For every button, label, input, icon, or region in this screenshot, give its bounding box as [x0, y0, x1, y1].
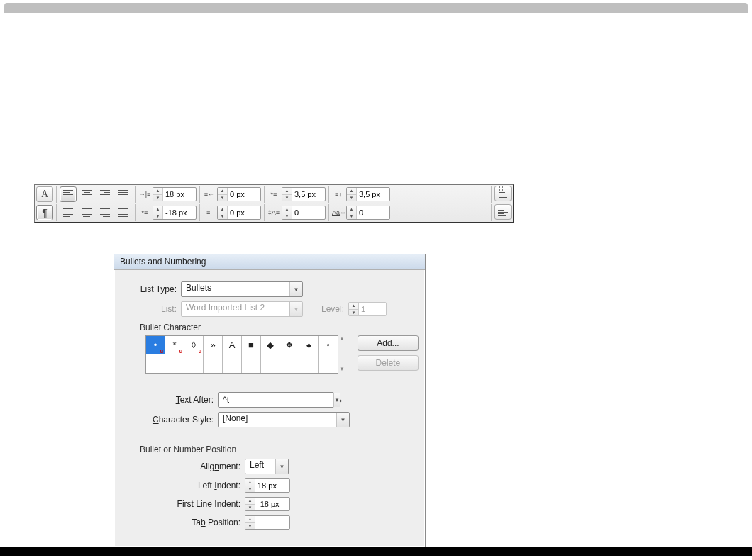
last-line-indent-field[interactable]: ▲▼: [217, 206, 261, 220]
level-label: Level:: [309, 304, 344, 314]
bullet-char-cell[interactable]: [165, 354, 184, 373]
bullet-char-cell[interactable]: [204, 354, 223, 373]
justify-right-button[interactable]: [96, 205, 114, 220]
bullet-char-cell[interactable]: ◆: [299, 336, 319, 354]
justify-all-button[interactable]: [115, 205, 132, 220]
list-type-value: Bullets: [182, 283, 289, 296]
bullet-char-cell[interactable]: [223, 354, 242, 373]
stepper-down[interactable]: ▼: [153, 195, 162, 201]
bullet-char-cell[interactable]: [280, 354, 299, 373]
bullet-char-cell[interactable]: *u: [165, 336, 184, 354]
bullet-char-cell[interactable]: ■: [242, 336, 261, 354]
text-after-combo[interactable]: ▼: [218, 392, 334, 408]
align-justify-button[interactable]: [115, 186, 132, 202]
left-indent-input[interactable]: [163, 189, 196, 200]
stepper-up[interactable]: ▲: [153, 188, 162, 195]
stepper-up[interactable]: ▲: [218, 188, 227, 195]
bullet-char-cell[interactable]: ◊u: [184, 336, 204, 354]
align-right-button[interactable]: [96, 186, 114, 202]
drop-cap-chars-field[interactable]: ▲▼: [346, 206, 390, 220]
dlg-tab-pos-field[interactable]: ▲▼: [245, 515, 290, 530]
dlg-tab-pos-input[interactable]: [255, 517, 289, 528]
bullet-char-cell[interactable]: [261, 354, 280, 373]
stepper-down[interactable]: ▼: [245, 523, 255, 530]
stepper-up[interactable]: ▲: [282, 188, 292, 195]
stepper-down[interactable]: ▼: [347, 213, 356, 220]
stepper-up[interactable]: ▲: [245, 479, 255, 486]
left-indent-field[interactable]: ▲▼: [153, 187, 197, 201]
last-line-indent-input[interactable]: [228, 207, 260, 218]
level-input: [359, 303, 386, 315]
space-after-input[interactable]: [357, 189, 389, 200]
character-mode-button[interactable]: A: [36, 186, 53, 202]
separator: [135, 186, 136, 203]
stepper-down[interactable]: ▼: [282, 213, 292, 220]
dlg-left-indent-input[interactable]: [255, 480, 289, 491]
dlg-first-line-input[interactable]: [255, 498, 289, 510]
bullet-char-cell[interactable]: ❖: [280, 336, 299, 354]
space-before-field[interactable]: ▲▼: [282, 187, 326, 201]
first-line-indent-input[interactable]: [163, 207, 196, 218]
stepper-up[interactable]: ▲: [245, 516, 255, 523]
align-left-button[interactable]: [60, 186, 77, 202]
justify-left-button[interactable]: [60, 205, 77, 220]
right-indent-input[interactable]: [228, 189, 260, 200]
stepper-up[interactable]: ▲: [218, 206, 227, 213]
bullet-char-cell[interactable]: A: [223, 336, 242, 354]
first-line-indent-field[interactable]: ▲▼: [153, 206, 197, 220]
stepper-down: ▼: [349, 310, 358, 316]
dropdown-arrow-icon[interactable]: ▼: [289, 282, 302, 296]
bullet-char-cell[interactable]: [242, 354, 261, 373]
bullet-char-cell[interactable]: [146, 354, 165, 373]
bullet-char-cell[interactable]: •u: [146, 336, 165, 354]
separator: [199, 204, 200, 221]
stepper-up[interactable]: ▲: [347, 206, 356, 213]
align-center-button[interactable]: [78, 186, 95, 202]
space-before-input[interactable]: [292, 189, 325, 200]
stepper-down[interactable]: ▼: [218, 195, 227, 201]
stepper-up[interactable]: ▲: [245, 498, 255, 505]
stepper-down[interactable]: ▼: [218, 213, 227, 220]
dlg-first-line-field[interactable]: ▲▼: [245, 497, 290, 511]
drop-cap-chars-input[interactable]: [357, 207, 389, 218]
position-section-label: Bullet or Number Position: [140, 444, 415, 454]
character-style-combo[interactable]: [None] ▼: [218, 412, 350, 427]
alignment-value: Left: [245, 460, 275, 473]
add-bullet-button[interactable]: Add...: [358, 335, 419, 351]
bullet-char-cell[interactable]: ♦: [319, 336, 338, 354]
stepper-down[interactable]: ▼: [245, 486, 255, 493]
drop-cap-lines-input[interactable]: [292, 207, 325, 218]
right-indent-field[interactable]: ▲▼: [217, 187, 261, 201]
numbered-list-button[interactable]: [494, 204, 512, 220]
scroll-up-icon[interactable]: ▲: [339, 335, 345, 342]
first-line-indent-icon: *≡: [138, 209, 151, 216]
stepper-down[interactable]: ▼: [282, 195, 292, 201]
bullet-char-cell[interactable]: »: [204, 336, 223, 354]
text-after-input[interactable]: [219, 393, 333, 406]
dropdown-arrow-icon[interactable]: ▼: [333, 393, 340, 407]
stepper-up[interactable]: ▲: [153, 206, 162, 213]
stepper-up[interactable]: ▲: [347, 188, 356, 195]
dlg-left-indent-field[interactable]: ▲▼: [245, 478, 290, 493]
drop-cap-lines-field[interactable]: ▲▼: [282, 206, 326, 220]
stepper-down[interactable]: ▼: [347, 195, 356, 201]
dropdown-arrow-icon[interactable]: ▼: [275, 459, 288, 474]
bullet-char-cell[interactable]: [184, 354, 204, 373]
bullet-char-cell[interactable]: [299, 354, 319, 373]
bullet-char-cell[interactable]: [319, 354, 338, 373]
bullets-list-button[interactable]: [494, 186, 512, 201]
tab-position-label: Tab Position:: [124, 517, 240, 527]
justify-center-button[interactable]: [78, 205, 95, 220]
separator: [264, 204, 265, 221]
dropdown-arrow-icon[interactable]: ▼: [336, 413, 349, 427]
stepper-up[interactable]: ▲: [282, 206, 292, 213]
list-type-combo[interactable]: Bullets ▼: [181, 281, 303, 297]
space-after-field[interactable]: ▲▼: [346, 187, 390, 201]
paragraph-panel-row-1: A →|≡ ▲▼ ≡← ▲▼ *≡ ▲▼ ≡↓ ▲▼: [35, 185, 513, 203]
bullet-char-cell[interactable]: ◆: [261, 336, 280, 354]
alignment-combo[interactable]: Left ▼: [245, 459, 289, 474]
stepper-down[interactable]: ▼: [153, 213, 162, 220]
stepper-down[interactable]: ▼: [245, 505, 255, 511]
scroll-down-icon[interactable]: ▼: [339, 366, 345, 372]
paragraph-mode-button[interactable]: ¶: [36, 205, 53, 220]
